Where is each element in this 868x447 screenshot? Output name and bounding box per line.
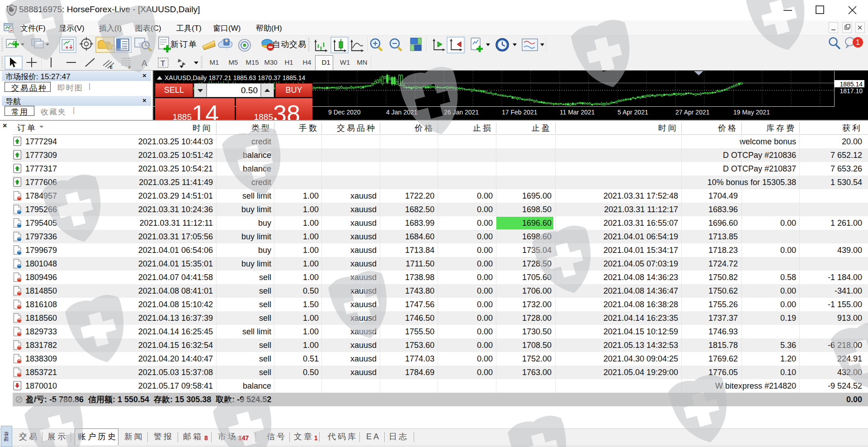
svg-text:1817.10: 1817.10 bbox=[840, 87, 863, 95]
svg-text:XAUUSD,Daily 1877.21 1885.63: XAUUSD,Daily 1877.21 1885.63 1870.37 188… bbox=[165, 74, 306, 81]
svg-text:26 Jan 2021: 26 Jan 2021 bbox=[444, 109, 479, 116]
svg-text:A: A bbox=[142, 58, 147, 68]
svg-text:E: E bbox=[110, 65, 113, 70]
svg-text:27 Apr 2021: 27 Apr 2021 bbox=[675, 109, 710, 116]
svg-text:5 Apr 2021: 5 Apr 2021 bbox=[618, 109, 648, 116]
svg-text:T: T bbox=[160, 59, 165, 68]
svg-text:1885.14: 1885.14 bbox=[840, 81, 863, 88]
svg-text:4 Jan 2021: 4 Jan 2021 bbox=[386, 109, 417, 116]
svg-text:F: F bbox=[128, 65, 131, 70]
svg-text:19 May 2021: 19 May 2021 bbox=[733, 109, 770, 116]
svg-text:9 Dec 2020: 9 Dec 2020 bbox=[328, 109, 361, 116]
svg-text:11 Mar 2021: 11 Mar 2021 bbox=[560, 109, 595, 116]
svg-text:17 Feb 2021: 17 Feb 2021 bbox=[502, 109, 538, 116]
